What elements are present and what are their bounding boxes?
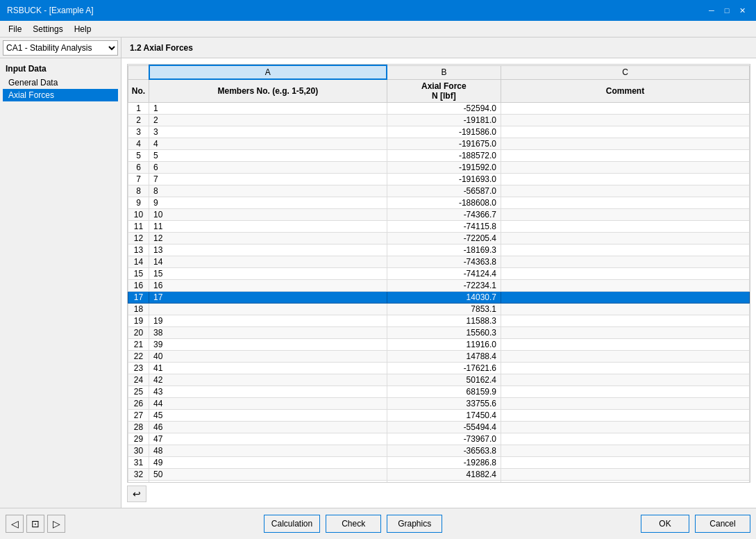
back-icon-button[interactable]: ↩: [127, 486, 146, 502]
col-header-row1: A B C: [128, 65, 750, 79]
row-no: 25: [128, 385, 149, 397]
menu-file[interactable]: File: [3, 23, 27, 35]
row-force: -188608.0: [387, 197, 501, 208]
row-force: -191675.0: [387, 138, 501, 149]
window-controls: ─ □ ✕: [705, 3, 749, 17]
sidebar-item-general[interactable]: General Data: [3, 76, 118, 89]
table-row[interactable]: 33-191586.0: [128, 126, 750, 138]
table-row[interactable]: 325041882.4: [128, 468, 750, 480]
table-row[interactable]: 244250162.4: [128, 374, 750, 385]
row-force: -188572.0: [387, 149, 501, 161]
table-row[interactable]: 2947-73967.0: [128, 433, 750, 445]
row-comment: [501, 374, 750, 385]
table-row[interactable]: 11-52594.0: [128, 102, 750, 114]
table-row[interactable]: 1414-74363.8: [128, 256, 750, 267]
row-force: 7853.1: [387, 303, 501, 315]
row-no: 16: [128, 279, 149, 291]
table-row[interactable]: 1313-18169.3: [128, 244, 750, 256]
table-row[interactable]: 44-191675.0: [128, 138, 750, 149]
table-row[interactable]: 2846-55494.4: [128, 421, 750, 433]
table-row[interactable]: 1010-74366.7: [128, 208, 750, 220]
row-no: 32: [128, 468, 149, 480]
check-button[interactable]: Check: [326, 515, 381, 533]
table-row[interactable]: 88-56587.0: [128, 185, 750, 197]
nav-back-button[interactable]: ◁: [6, 515, 24, 533]
row-force: -74363.8: [387, 256, 501, 267]
col-a-header: A: [149, 65, 387, 79]
close-button[interactable]: ✕: [735, 3, 749, 17]
table-row[interactable]: 264433755.6: [128, 397, 750, 409]
table-row[interactable]: 1515-74124.4: [128, 267, 750, 279]
table-row[interactable]: 1111-74115.8: [128, 220, 750, 232]
row-comment: [501, 362, 750, 374]
row-comment: [501, 185, 750, 197]
row-member: 16: [149, 279, 387, 291]
row-comment: [501, 397, 750, 409]
row-comment: [501, 326, 750, 338]
app-title: RSBUCK - [Example A]: [7, 6, 94, 15]
table-row[interactable]: 274517450.4: [128, 409, 750, 421]
table-row[interactable]: 191911588.3: [128, 315, 750, 326]
table-row[interactable]: 77-191693.0: [128, 173, 750, 185]
row-comment: [501, 220, 750, 232]
table-row[interactable]: 22-19181.0: [128, 114, 750, 126]
row-member: 12: [149, 232, 387, 244]
nav-grid-button[interactable]: ⊡: [26, 515, 44, 533]
table-row[interactable]: 3048-36563.8: [128, 445, 750, 456]
nav-forward-button[interactable]: ▷: [47, 515, 65, 533]
row-no: 14: [128, 256, 149, 267]
row-comment: [501, 421, 750, 433]
row-comment: [501, 256, 750, 267]
row-no: 4: [128, 138, 149, 149]
row-comment: [501, 409, 750, 421]
table-row[interactable]: 1212-72205.4: [128, 232, 750, 244]
row-no: 11: [128, 220, 149, 232]
row-member: 9: [149, 197, 387, 208]
row-force: 14030.7: [387, 291, 501, 303]
no-header: [128, 65, 149, 79]
table-row[interactable]: 224014788.4: [128, 350, 750, 362]
axial-forces-table: A B C No. Members No. (e.g. 1-5,20) Axia…: [128, 65, 750, 483]
bottom-center-buttons: Calculation Check Graphics: [264, 515, 442, 533]
row-no: 19: [128, 315, 149, 326]
row-force: -56587.0: [387, 185, 501, 197]
row-force: -36563.8: [387, 445, 501, 456]
row-force: 11588.3: [387, 315, 501, 326]
table-row[interactable]: 203815560.3: [128, 326, 750, 338]
force-header: Axial Force N [lbf]: [387, 79, 501, 102]
table-row[interactable]: 1616-72234.1: [128, 279, 750, 291]
row-comment: [501, 102, 750, 114]
ca-dropdown[interactable]: CA1 - Stability Analysis: [3, 40, 118, 56]
row-no: 31: [128, 456, 149, 468]
row-force: 41882.4: [387, 468, 501, 480]
table-container[interactable]: A B C No. Members No. (e.g. 1-5,20) Axia…: [127, 64, 750, 483]
calculation-button[interactable]: Calculation: [264, 515, 320, 533]
table-row[interactable]: 335159708.1: [128, 480, 750, 483]
table-row[interactable]: 187853.1: [128, 303, 750, 315]
maximize-button[interactable]: □: [720, 3, 734, 17]
row-no: 30: [128, 445, 149, 456]
minimize-button[interactable]: ─: [705, 3, 719, 17]
row-comment: [501, 291, 750, 303]
table-row[interactable]: 66-191592.0: [128, 161, 750, 173]
table-row[interactable]: 171714030.7: [128, 291, 750, 303]
ok-button[interactable]: OK: [641, 515, 689, 533]
graphics-button[interactable]: Graphics: [387, 515, 442, 533]
table-body: 11-52594.022-19181.033-191586.044-191675…: [128, 102, 750, 483]
row-no: 7: [128, 173, 149, 185]
table-row[interactable]: 254368159.9: [128, 385, 750, 397]
section-title: 1.2 Axial Forces: [121, 43, 201, 53]
menu-help[interactable]: Help: [69, 23, 97, 35]
table-row[interactable]: 3149-19286.8: [128, 456, 750, 468]
row-member: 40: [149, 350, 387, 362]
cancel-button[interactable]: Cancel: [695, 515, 750, 533]
table-row[interactable]: 2341-17621.6: [128, 362, 750, 374]
row-force: -191592.0: [387, 161, 501, 173]
sidebar-item-axial[interactable]: Axial Forces: [3, 89, 118, 101]
table-row[interactable]: 213911916.0: [128, 338, 750, 350]
table-row[interactable]: 99-188608.0: [128, 197, 750, 208]
col-c-header: C: [501, 65, 750, 79]
menu-settings[interactable]: Settings: [27, 23, 68, 35]
row-comment: [501, 114, 750, 126]
table-row[interactable]: 55-188572.0: [128, 149, 750, 161]
